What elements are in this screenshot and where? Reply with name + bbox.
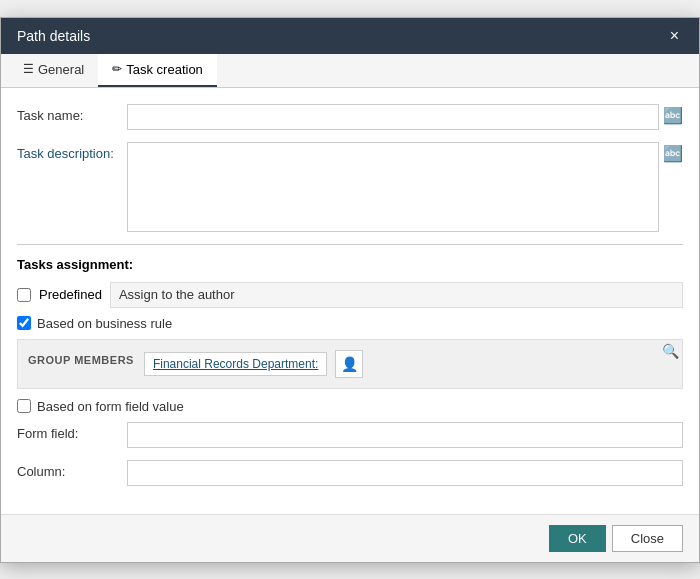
add-member-icon: 👤 [341,356,358,372]
add-member-button[interactable]: 👤 [335,350,363,378]
group-members-search-icon[interactable]: 🔍 [662,343,679,359]
path-details-dialog: Path details × ☰ General ✏ Task creation… [0,17,700,563]
tab-general-label: General [38,62,84,77]
dialog-tabs: ☰ General ✏ Task creation [1,54,699,88]
column-row: Column: [17,460,683,486]
tasks-assignment-section: Tasks assignment: Predefined Assign to t… [17,244,683,486]
tasks-assignment-label: Tasks assignment: [17,257,683,272]
form-field-value-checkbox[interactable] [17,399,31,413]
task-name-control: 🔤 [127,104,683,130]
tab-task-creation[interactable]: ✏ Task creation [98,54,217,87]
form-field-label: Form field: [17,422,127,441]
predefined-label: Predefined [39,287,102,302]
predefined-checkbox[interactable] [17,288,31,302]
form-field-value-checkbox-row: Based on form field value [17,399,683,414]
task-description-translate-icon[interactable]: 🔤 [663,142,683,163]
column-input[interactable] [127,460,683,486]
tab-task-creation-label: Task creation [126,62,203,77]
task-description-label: Task description: [17,142,127,161]
group-members-outer: 🔍 GROUP MEMBERS Financial Records Depart… [17,339,683,389]
task-name-translate-icon[interactable]: 🔤 [663,104,683,125]
task-creation-tab-icon: ✏ [112,62,122,76]
column-label: Column: [17,460,127,479]
predefined-row: Predefined Assign to the author [17,282,683,308]
predefined-value: Assign to the author [110,282,683,308]
member-tag: Financial Records Department: [144,352,327,376]
group-members-label: GROUP MEMBERS [28,350,134,366]
dialog-header: Path details × [1,18,699,54]
task-description-control: 🔤 [127,142,683,232]
close-button[interactable]: Close [612,525,683,552]
form-field-control [127,422,683,448]
column-control [127,460,683,486]
task-name-row: Task name: 🔤 [17,104,683,130]
dialog-body: Task name: 🔤 Task description: 🔤 Tasks a… [1,88,699,514]
business-rule-checkbox-row: Based on business rule [17,316,683,331]
member-link[interactable]: Financial Records Department: [153,357,318,371]
task-description-input[interactable] [127,142,659,232]
form-field-input[interactable] [127,422,683,448]
general-tab-icon: ☰ [23,62,34,76]
business-rule-checkbox[interactable] [17,316,31,330]
dialog-close-button[interactable]: × [666,28,683,44]
task-description-row: Task description: 🔤 [17,142,683,232]
form-field-row: Form field: [17,422,683,448]
dialog-footer: OK Close [1,514,699,562]
task-name-label: Task name: [17,104,127,123]
group-members-box: GROUP MEMBERS Financial Records Departme… [17,339,683,389]
group-members-content: Financial Records Department: 👤 [144,350,672,378]
dialog-title: Path details [17,28,90,44]
form-field-value-label: Based on form field value [37,399,184,414]
business-rule-label: Based on business rule [37,316,172,331]
ok-button[interactable]: OK [549,525,606,552]
tab-general[interactable]: ☰ General [9,54,98,87]
task-name-input[interactable] [127,104,659,130]
